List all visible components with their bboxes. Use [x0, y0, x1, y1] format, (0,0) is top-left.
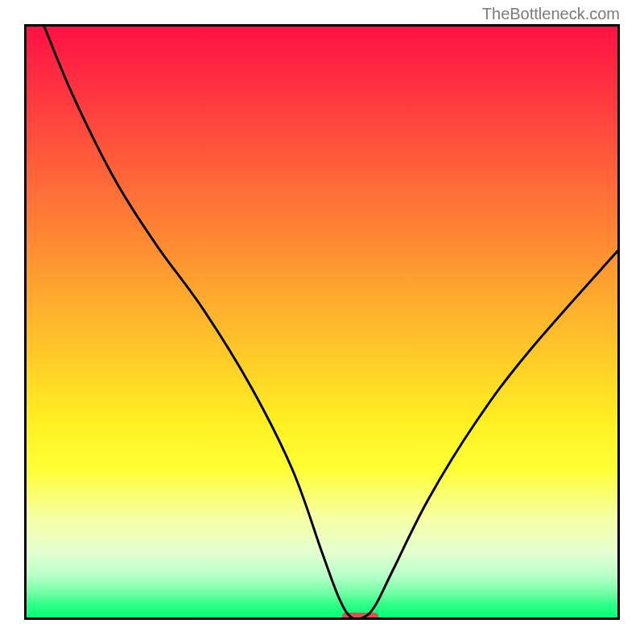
plot-area [24, 24, 620, 620]
attribution-label: TheBottleneck.com [482, 5, 620, 23]
bottleneck-curve [44, 27, 617, 617]
curve-layer [27, 27, 617, 617]
bottleneck-chart: TheBottleneck.com [0, 0, 644, 644]
